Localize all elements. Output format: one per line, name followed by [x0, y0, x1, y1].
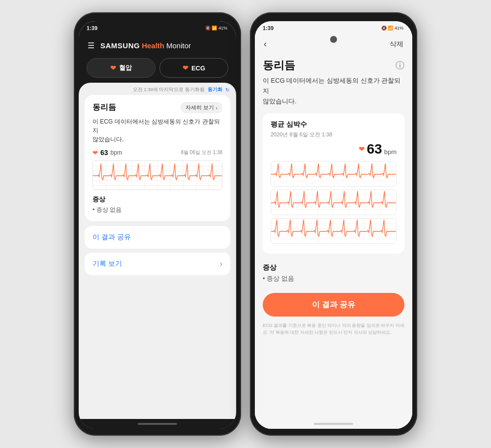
- phones-container: 1:39 🔇 📶 41% ☰ SAMSUNG Health Monitor: [74, 12, 417, 436]
- main-content-1: 오전 1:39에 마지막으로 동기화됨 동기화 ↻ 동리듬 자세히 보기 ›: [79, 83, 236, 419]
- status-icons-1: 🔇 📶 41%: [205, 26, 227, 31]
- tab-blood-label: 혈압: [119, 64, 132, 72]
- card-header: 동리듬 자세히 보기 ›: [92, 102, 222, 113]
- tab-blood-pressure[interactable]: ❤ 혈압: [87, 58, 155, 78]
- ecg-chart-detail-1: [271, 161, 397, 187]
- tab-ecg[interactable]: ❤ ECG: [159, 58, 228, 78]
- phone-1: 1:39 🔇 📶 41% ☰ SAMSUNG Health Monitor: [74, 12, 241, 436]
- detail-arrow: ›: [215, 105, 217, 111]
- detail-description: 이 ECG 데이터에서는 심방세동의 신호가 관찰되지않았습니다.: [263, 76, 404, 106]
- time-1: 1:39: [87, 25, 97, 31]
- bpm-row: ❤ 63 bpm 8월 06일 오전 1:38: [92, 149, 222, 157]
- home-bar-2: [314, 423, 353, 425]
- sync-button[interactable]: 동기화: [208, 87, 222, 93]
- status-bar-2: 1:39 🔇 📶 41%: [255, 21, 412, 35]
- detail-content: 동리듬 ⓘ 이 ECG 데이터에서는 심방세동의 신호가 관찰되지않았습니다. …: [255, 53, 412, 419]
- sync-icon: ↻: [225, 87, 229, 93]
- share-link-text: 이 결과 공유: [92, 233, 131, 242]
- bottom-links: 이 결과 공유 기록 보기 ›: [85, 226, 230, 275]
- camera-notch-2: [330, 36, 337, 43]
- status-icons-2: 🔇 📶 41%: [381, 26, 403, 31]
- title-samsung: SAMSUNG: [100, 41, 140, 50]
- phone-2: 1:39 🔇 📶 41% ‹ 삭제 동리듬 ⓘ 이 ECG 데이터에서는 심방세: [250, 12, 417, 436]
- symptoms-section: 증상 • 증상 없음: [92, 195, 222, 214]
- detail-symptoms-section: 증상 • 증상 없음: [263, 258, 404, 288]
- detail-symptoms-title: 증상: [263, 263, 404, 272]
- bpm-date: 8월 06일 오전 1:38: [181, 149, 222, 156]
- info-icon[interactable]: ⓘ: [396, 60, 404, 71]
- bpm-left: ❤ 63 bpm: [92, 149, 122, 157]
- phone-2-screen: 1:39 🔇 📶 41% ‹ 삭제 동리듬 ⓘ 이 ECG 데이터에서는 심방세: [255, 21, 412, 429]
- ecg-chart-detail-2: [271, 190, 397, 215]
- card-description: 이 ECG 데이터에서는 심방세동의 신호가 관찰되지않았습니다.: [92, 117, 222, 144]
- share-link[interactable]: 이 결과 공유: [85, 226, 230, 249]
- symptoms-title: 증상: [92, 195, 222, 204]
- ecg-chart-1: [92, 160, 222, 190]
- avg-hr-date: 2020년 8월 6일 오전 1:38: [271, 131, 397, 138]
- app-title: SAMSUNG Health Monitor: [100, 41, 191, 50]
- delete-button[interactable]: 삭제: [390, 40, 403, 49]
- detail-btn-label: 자세히 보기: [185, 104, 214, 111]
- symptom-item-0: • 증상 없음: [92, 206, 222, 214]
- status-bar-1: 1:39 🔇 📶 41%: [79, 21, 236, 35]
- ecg-chart-detail-3: [271, 218, 397, 244]
- ecg-heart-icon: ❤: [183, 64, 188, 72]
- detail-title: 동리듬: [263, 58, 295, 73]
- detail-button[interactable]: 자세히 보기 ›: [181, 102, 222, 113]
- home-bar-1: [138, 423, 177, 425]
- share-button[interactable]: 이 결과 공유: [263, 293, 404, 317]
- avg-hr-heart-icon: ❤: [359, 145, 365, 154]
- avg-hr-section: 평균 심박수 2020년 8월 6일 오전 1:38 ❤ 63 bpm: [263, 113, 404, 254]
- time-2: 1:39: [263, 25, 274, 31]
- sync-bar: 오전 1:39에 마지막으로 동기화됨 동기화 ↻: [79, 83, 236, 95]
- history-link[interactable]: 기록 보기 ›: [85, 253, 230, 275]
- phone-1-screen: 1:39 🔇 📶 41% ☰ SAMSUNG Health Monitor: [79, 21, 236, 429]
- history-link-text: 기록 보기: [92, 259, 122, 268]
- disclaimer-text: ECG 결과를 기준으로 복용 중인 약이나 약의 용량을 임의로 바꾸지 마세…: [263, 322, 404, 336]
- detail-title-row: 동리듬 ⓘ: [263, 53, 404, 76]
- bpm-unit: bpm: [111, 149, 122, 156]
- share-btn-text: 이 결과 공유: [312, 300, 356, 310]
- avg-hr-label: 평균 심박수: [271, 120, 307, 129]
- detail-symptom-item-0: • 증상 없음: [263, 274, 404, 283]
- phone2-content: ‹ 삭제 동리듬 ⓘ 이 ECG 데이터에서는 심방세동의 신호가 관찰되지않았…: [255, 35, 412, 429]
- title-health: Health: [142, 41, 164, 50]
- blood-heart-icon: ❤: [110, 64, 116, 72]
- tab-bar: ❤ 혈압 ❤ ECG: [79, 55, 236, 83]
- bpm-value: 63: [100, 149, 108, 157]
- home-indicator-1: [79, 419, 236, 429]
- title-monitor: Monitor: [166, 41, 191, 50]
- home-indicator-2: [255, 419, 412, 429]
- camera-notch-1: [154, 36, 161, 43]
- history-arrow: ›: [220, 259, 222, 268]
- phone1-content: ☰ SAMSUNG Health Monitor ❤ 혈압 ❤: [79, 35, 236, 429]
- menu-icon[interactable]: ☰: [88, 41, 94, 50]
- back-button[interactable]: ‹: [264, 39, 267, 49]
- avg-hr-value-row: ❤ 63 bpm: [271, 141, 397, 157]
- bpm-heart-icon: ❤: [92, 149, 98, 157]
- avg-hr-header: 평균 심박수: [271, 120, 397, 129]
- tab-ecg-label: ECG: [191, 64, 205, 72]
- card-title: 동리듬: [92, 102, 116, 113]
- avg-hr-number: 63: [367, 141, 382, 157]
- avg-hr-unit: bpm: [384, 148, 397, 157]
- sync-text: 오전 1:39에 마지막으로 동기화됨: [133, 87, 205, 93]
- ecg-card: 동리듬 자세히 보기 › 이 ECG 데이터에서는 심방세동의 신호가 관찰되지…: [85, 95, 230, 221]
